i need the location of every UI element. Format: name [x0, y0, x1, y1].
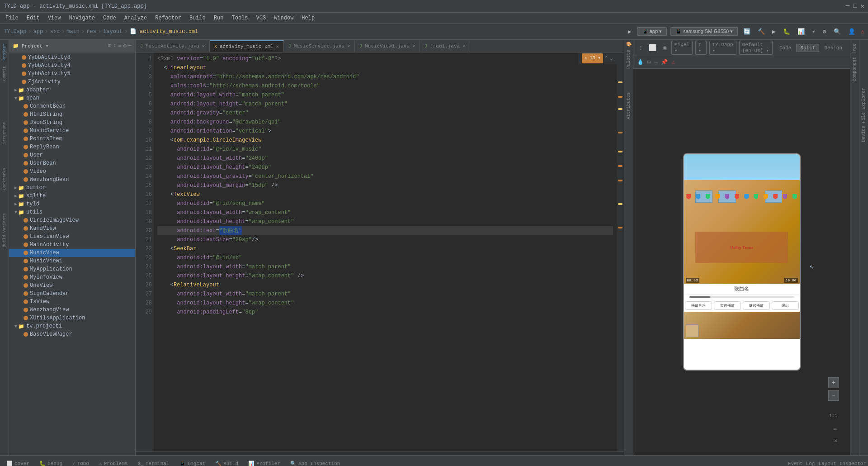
tree-item-htmlstring[interactable]: HtmlString [9, 110, 135, 119]
tab-musicactivity[interactable]: J MusicActivity.java ✕ [136, 40, 210, 52]
build-icon[interactable]: 🔨 [756, 27, 767, 36]
breadcrumb-res[interactable]: res [86, 29, 96, 35]
tyldapp-btn[interactable]: TYLDApp ▾ [709, 41, 736, 55]
tree-item-replybean[interactable]: ReplyBean [9, 143, 135, 151]
event-log-btn[interactable]: Event Log [788, 461, 815, 466]
tab-musicview1[interactable]: J MusicView1.java ✕ [355, 40, 420, 52]
maximize-btn[interactable]: □ [853, 2, 857, 10]
editor-hscroll[interactable] [136, 452, 624, 455]
menu-code[interactable]: Code [99, 14, 120, 22]
left-tab-bookmarks[interactable]: Bookmarks [1, 166, 8, 192]
design-tool-1[interactable]: ↕ [637, 43, 644, 52]
menu-navigate[interactable]: Navigate [65, 14, 99, 22]
bottom-tab-todo[interactable]: ✓ TODO [68, 459, 94, 466]
tree-item-bean[interactable]: ▼ 📁 bean [9, 94, 135, 102]
code-editor[interactable]: ⚠ 13 ▾ ⌃ ⌄ <?xml version="1.0" encoding=… [154, 52, 617, 452]
collapse2-icon[interactable]: ⌄ [610, 54, 613, 63]
tree-item-video[interactable]: Video [9, 167, 135, 176]
tree-item-mainactivity[interactable]: MainActivity [9, 241, 135, 249]
pixel-btn[interactable]: Pixel ▾ [671, 41, 693, 55]
device-file-explorer-label[interactable]: Device File Explorer [860, 85, 867, 145]
close-tab-activitymusic[interactable]: ✕ [276, 44, 279, 49]
left-tab-project[interactable]: Project [1, 42, 8, 62]
palette-icon[interactable]: 🎨 [626, 42, 632, 47]
profile-icon[interactable]: 📊 [796, 27, 807, 36]
tree-item-pointsitem[interactable]: PointsItem [9, 135, 135, 143]
settings2-icon[interactable]: ⚙ [123, 43, 127, 49]
menu-window[interactable]: Window [270, 14, 297, 22]
grid-icon[interactable]: ⊞ [647, 59, 651, 66]
app-dropdown[interactable]: 📱 app ▾ [637, 27, 667, 36]
close-tab-musicview1[interactable]: ✕ [412, 43, 415, 49]
close-panel-icon[interactable]: — [128, 43, 132, 49]
component-tree-label[interactable]: Component Tree [852, 43, 857, 81]
apply-changes-icon[interactable]: ⚡ [810, 27, 817, 36]
bottom-tab-debug[interactable]: 🐛 Debug [35, 459, 67, 466]
menu-run[interactable]: Run [210, 14, 227, 22]
defaultlang-btn[interactable]: Default (en-us) ▾ [739, 41, 773, 55]
bottom-tab-profiler[interactable]: 📊 Profiler [244, 459, 285, 466]
tree-item-musicview1[interactable]: MusicView1 [9, 257, 135, 265]
tree-item-circleimageview[interactable]: CircleImageView [9, 216, 135, 224]
debug-icon[interactable]: 🐛 [781, 27, 792, 36]
expand-icon[interactable]: ⌃ [605, 54, 608, 63]
pin-icon[interactable]: 📌 [661, 59, 668, 66]
breadcrumb-layout[interactable]: layout [103, 29, 123, 35]
menu-refactor[interactable]: Refactor [151, 14, 185, 22]
tree-item-kandview[interactable]: KandView [9, 224, 135, 233]
tree-item-userbean[interactable]: UserBean [9, 159, 135, 167]
tree-item-zjactivity[interactable]: ZjActivity [9, 78, 135, 86]
btn-continue[interactable]: 继续播放 [743, 301, 770, 310]
user-icon[interactable]: 👤 [846, 27, 857, 36]
bottom-tab-build[interactable]: 🔨 Build [211, 459, 243, 466]
tree-item-jsonstring[interactable]: JsonString [9, 119, 135, 127]
code-view-btn[interactable]: Code [775, 44, 795, 52]
tree-item-user[interactable]: User [9, 151, 135, 159]
left-tab-build[interactable]: Build Variants [1, 211, 8, 249]
close-tab-musicactivity[interactable]: ✕ [202, 43, 205, 49]
bottom-tab-logcat[interactable]: 📱 Logcat [175, 459, 210, 466]
filter-icon[interactable]: ≡ [118, 43, 121, 49]
run-icon[interactable]: ▶ [626, 27, 633, 36]
menu-tools[interactable]: Tools [228, 14, 252, 22]
tab-musicservice[interactable]: J MusicService.java ✕ [284, 40, 355, 52]
left-tab-structure[interactable]: Structure [1, 120, 8, 146]
tree-item-wenzhangview[interactable]: WenzhangView [9, 306, 135, 314]
tab-activitymusic[interactable]: X activity_music.xml ✕ [210, 40, 284, 52]
btn-play-music[interactable]: 播放音乐 [685, 301, 712, 310]
menu-help[interactable]: Help [298, 14, 318, 22]
tree-item-musicview[interactable]: MusicView [9, 249, 135, 257]
tree-item-myapplication[interactable]: MyApplication [9, 265, 135, 273]
breadcrumb-file[interactable]: 📄 activity_music.xml [130, 28, 198, 35]
menu-file[interactable]: File [2, 14, 22, 22]
close-tab-musicservice[interactable]: ✕ [347, 43, 350, 49]
tree-item-yybbactivity4[interactable]: YybbActivity4 [9, 62, 135, 70]
menu-edit[interactable]: Edit [23, 14, 43, 22]
device-dropdown[interactable]: 📱 samsung SM-G9550 ▾ [670, 27, 738, 36]
bottom-tab-terminal[interactable]: $_ Terminal [133, 459, 174, 466]
menu-analyze[interactable]: Analyze [121, 14, 151, 22]
run2-icon[interactable]: ▶ [770, 27, 778, 36]
collapse-icon[interactable]: ⊞ [108, 43, 111, 49]
breadcrumb-app[interactable]: app [33, 29, 43, 35]
menu-vcs[interactable]: VCS [253, 14, 270, 22]
zoom-in-btn[interactable]: + [828, 377, 839, 388]
tree-item-adapter[interactable]: ▶ 📁 adapter [9, 86, 135, 94]
tree-item-yybbactivity3[interactable]: YybbActivity3 [9, 53, 135, 62]
tree-item-baseviewpager[interactable]: BaseViewPager [9, 330, 135, 338]
minimize-btn[interactable]: ─ [846, 2, 849, 10]
settings-icon[interactable]: ⚙ [821, 27, 828, 36]
btn-exit[interactable]: 退出 [772, 301, 799, 310]
expand2-icon[interactable]: ⊡ [834, 437, 837, 444]
tree-item-tsview[interactable]: TsView [9, 298, 135, 306]
error2-icon[interactable]: ⚠ [671, 59, 675, 66]
design-view-btn[interactable]: Design [820, 44, 846, 52]
attributes-label[interactable]: Attributes [625, 90, 632, 122]
tree-item-sqlite[interactable]: ▶ 📁 sqlite [9, 192, 135, 200]
t-btn[interactable]: T ▾ [695, 41, 707, 55]
btn-pause[interactable]: 暂停播放 [714, 301, 741, 310]
sync-icon[interactable]: 🔄 [741, 27, 752, 36]
bottom-tab-problems[interactable]: ⚠ Problems [94, 459, 132, 466]
tree-item-signcalendar[interactable]: SignCalendar [9, 290, 135, 298]
left-tab-commit[interactable]: Commit [1, 64, 8, 82]
